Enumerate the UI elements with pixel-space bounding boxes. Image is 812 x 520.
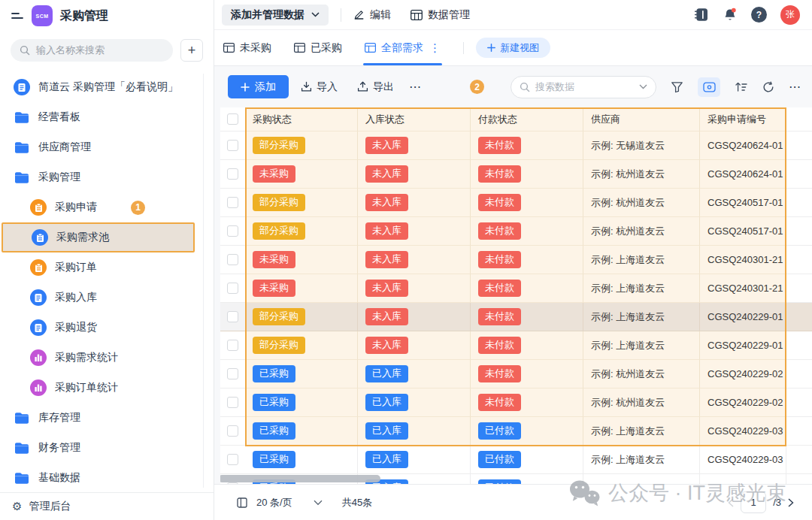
table-row[interactable]: 部分采购未入库未付款示例: 杭州道友云CGSQ240517-01 xyxy=(220,189,812,217)
export-button[interactable]: 导出 xyxy=(357,80,394,94)
column-header[interactable]: 入库状态 xyxy=(358,107,471,132)
sidebar-item[interactable]: 采购退货 xyxy=(0,313,214,343)
status-cell: 未采购 xyxy=(245,246,358,274)
new-view-button[interactable]: 新建视图 xyxy=(476,38,550,58)
sidebar-item[interactable]: 采购订单 xyxy=(0,252,214,283)
more-toolbar-icon[interactable]: ⋯ xyxy=(789,80,801,94)
sidebar-item[interactable]: 经营看板 xyxy=(0,102,214,132)
sidebar-add-button[interactable]: + xyxy=(180,39,203,62)
content-area: 添加 导入 导出 ⋯ 2 搜索数据 xyxy=(214,66,812,484)
column-header[interactable]: 付款状态 xyxy=(471,107,583,132)
import-button[interactable]: 导入 xyxy=(301,80,338,94)
data-manage-button[interactable]: 数据管理 xyxy=(411,8,470,22)
table-row[interactable]: 已采购已入库已付款示例: 上海道友云CGSQ240229-03 xyxy=(220,417,812,446)
sidebar-item[interactable]: 财务管理 xyxy=(0,433,214,463)
row-checkbox[interactable] xyxy=(227,197,238,208)
filter-icon[interactable] xyxy=(671,81,683,93)
add-manage-data-button[interactable]: 添加并管理数据 xyxy=(222,5,329,26)
supplier-cell: 示例: 杭州道友云 xyxy=(583,360,700,388)
help-icon[interactable]: ? xyxy=(751,7,767,23)
spacer-cell xyxy=(786,303,812,331)
row-checkbox[interactable] xyxy=(227,368,238,379)
sidebar-item[interactable]: 采购申请1 xyxy=(0,192,214,222)
sidebar-search-input[interactable]: 输入名称来搜索 xyxy=(11,39,173,62)
horizontal-scrollbar[interactable] xyxy=(220,475,380,482)
row-checkbox[interactable] xyxy=(227,340,238,351)
edit-button[interactable]: 编辑 xyxy=(353,8,391,22)
kebab-icon[interactable]: ⋮ xyxy=(429,41,441,55)
sidebar-item[interactable]: 采购需求统计 xyxy=(0,343,214,373)
column-header[interactable]: 采购状态 xyxy=(245,107,358,132)
status-cell: 未付款 xyxy=(471,160,583,189)
table-row[interactable]: 未采购未入库未付款示例: 上海道友云CGSQ240301-21 xyxy=(220,246,812,274)
table-row[interactable]: 已采购已入库已付款示例: 上海道友云CGSQ240229-03 xyxy=(220,446,812,474)
page-number-input[interactable]: 1 xyxy=(741,491,766,513)
status-badge: 未付款 xyxy=(478,308,521,325)
status-badge: 未采购 xyxy=(253,280,295,296)
status-badge: 已入库 xyxy=(365,365,408,382)
refresh-icon[interactable] xyxy=(762,81,774,93)
actionbar-right: 搜索数据 xyxy=(511,76,801,98)
add-record-button[interactable]: 添加 xyxy=(228,75,289,98)
sidebar-item[interactable]: 采购订单统计 xyxy=(0,373,214,403)
tab-purchased[interactable]: 已采购 xyxy=(294,30,342,65)
row-checkbox[interactable] xyxy=(227,454,238,465)
table-row[interactable]: 未采购未入库未付款示例: 杭州道友云CGSQ240624-01 xyxy=(220,160,812,189)
search-data-input[interactable]: 搜索数据 xyxy=(511,76,656,98)
sidebar-item[interactable]: 采购入库 xyxy=(0,283,214,313)
table-row[interactable]: 部分采购未入库未付款示例: 无锡道友云CGSQ240624-01 xyxy=(220,132,812,160)
row-checkbox[interactable] xyxy=(227,225,238,237)
notification-bell-icon[interactable] xyxy=(723,8,738,23)
row-checkbox[interactable] xyxy=(227,311,238,322)
column-header[interactable]: 采购申请编号 xyxy=(700,107,786,132)
sidebar-item[interactable]: 采购管理 xyxy=(0,162,214,192)
contacts-icon[interactable] xyxy=(694,8,709,22)
page-size-select[interactable]: 20 条/页 xyxy=(256,496,292,509)
spacer-cell xyxy=(786,388,812,417)
chevron-down-icon[interactable] xyxy=(639,84,647,89)
row-checkbox[interactable] xyxy=(227,140,238,151)
sidebar-item[interactable]: 简道云 采购管理「必看说明」 xyxy=(0,72,214,102)
admin-console-button[interactable]: ⚙ 管理后台 xyxy=(0,492,214,520)
status-cell: 未入库 xyxy=(358,246,471,274)
page-layout-icon[interactable] xyxy=(237,497,247,508)
row-checkbox[interactable] xyxy=(227,283,238,294)
tab-not-purchased[interactable]: 未采购 xyxy=(223,30,271,65)
table-row[interactable]: 已采购已入库未付款示例: 杭州道友云CGSQ240229-02 xyxy=(220,388,812,417)
status-badge: 已采购 xyxy=(253,451,295,467)
user-avatar[interactable]: 张 xyxy=(780,5,800,25)
table-row[interactable]: 部分采购未入库未付款示例: 杭州道友云CGSQ240517-01 xyxy=(220,217,812,246)
column-header[interactable]: 供应商 xyxy=(583,107,700,132)
sidebar-item[interactable]: 采购需求池 xyxy=(2,222,195,252)
row-checkbox[interactable] xyxy=(227,168,238,180)
more-actions-icon[interactable]: ⋯ xyxy=(409,80,422,94)
display-fields-button[interactable] xyxy=(698,77,720,97)
sidebar-item[interactable]: 库存管理 xyxy=(0,403,214,433)
row-checkbox[interactable] xyxy=(227,425,238,437)
sidebar-item[interactable]: 供应商管理 xyxy=(0,132,214,162)
search-icon xyxy=(20,45,30,56)
sidebar-item[interactable]: 基础数据 xyxy=(0,463,214,492)
row-checkbox-cell xyxy=(220,388,245,417)
status-cell: 部分采购 xyxy=(245,132,358,160)
tab-all-demands[interactable]: 全部需求 ⋮ xyxy=(365,30,441,65)
supplier-cell: 示例: 杭州道友云 xyxy=(583,189,700,217)
table-row[interactable]: 已采购已入库未付款示例: 杭州道友云CGSQ240229-02 xyxy=(220,360,812,388)
next-page-icon[interactable] xyxy=(788,498,794,507)
status-badge: 未入库 xyxy=(365,194,408,210)
table-row[interactable]: 部分采购未入库未付款示例: 上海道友云CGSQ240229-01 xyxy=(220,303,812,331)
table-row[interactable]: 部分采购未入库未付款示例: 上海道友云CGSQ240229-01 xyxy=(220,331,812,360)
import-label: 导入 xyxy=(317,80,338,94)
row-checkbox[interactable] xyxy=(227,397,238,408)
table-row[interactable]: 未采购未入库未付款示例: 上海道友云CGSQ240301-21 xyxy=(220,274,812,303)
status-badge: 已采购 xyxy=(253,422,295,439)
status-badge: 已付款 xyxy=(478,422,521,439)
sort-settings-icon[interactable] xyxy=(735,81,748,92)
select-all-checkbox[interactable] xyxy=(227,113,238,125)
row-checkbox[interactable] xyxy=(227,254,238,265)
collapse-sidebar-icon[interactable] xyxy=(11,11,24,21)
annotation-badge-1: 1 xyxy=(131,201,145,215)
chevron-down-icon[interactable] xyxy=(314,500,323,506)
status-cell: 未采购 xyxy=(245,274,358,303)
prev-page-icon[interactable] xyxy=(728,498,734,507)
